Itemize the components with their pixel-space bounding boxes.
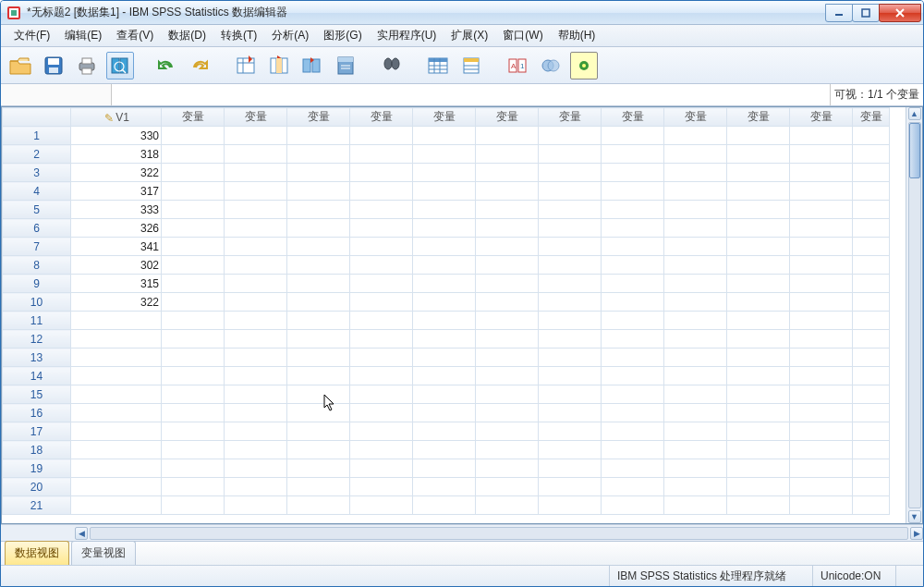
minimize-button[interactable] [825, 4, 853, 22]
data-cell[interactable] [539, 367, 602, 385]
data-cell[interactable] [602, 478, 664, 496]
data-cell[interactable] [476, 219, 539, 238]
data-cell[interactable] [602, 349, 664, 367]
data-cell[interactable] [287, 385, 350, 404]
data-cell[interactable] [539, 201, 602, 219]
data-cell[interactable] [727, 293, 790, 312]
data-cell[interactable] [664, 145, 727, 164]
data-cell[interactable] [602, 385, 664, 404]
menu-file[interactable]: 文件(F) [6, 25, 57, 46]
data-cell[interactable] [602, 459, 664, 478]
data-cell[interactable] [602, 312, 664, 330]
data-cell[interactable] [71, 422, 162, 441]
data-cell[interactable] [539, 182, 602, 201]
data-cell[interactable] [350, 275, 413, 293]
data-cell[interactable] [225, 496, 287, 515]
data-cell[interactable]: 326 [71, 219, 162, 238]
data-cell[interactable] [162, 496, 225, 515]
data-cell[interactable] [287, 459, 350, 478]
table-row[interactable]: 14 [3, 367, 890, 385]
data-cell[interactable] [413, 275, 476, 293]
insert-variable-icon[interactable] [457, 52, 485, 79]
data-cell[interactable] [413, 404, 476, 422]
data-cell[interactable] [287, 219, 350, 238]
data-cell[interactable] [602, 275, 664, 293]
data-cell[interactable] [287, 201, 350, 219]
data-cell[interactable] [162, 441, 225, 459]
data-cell[interactable] [287, 349, 350, 367]
data-cell[interactable] [853, 422, 890, 441]
data-cell[interactable] [539, 459, 602, 478]
data-cell[interactable] [476, 293, 539, 312]
data-cell[interactable] [71, 404, 162, 422]
data-cell[interactable] [602, 404, 664, 422]
data-cell[interactable] [71, 385, 162, 404]
data-cell[interactable] [602, 182, 664, 201]
data-cell[interactable] [853, 293, 890, 312]
data-cell[interactable] [664, 182, 727, 201]
data-cell[interactable] [539, 293, 602, 312]
data-cell[interactable] [664, 256, 727, 275]
name-box[interactable] [1, 84, 112, 105]
table-row[interactable]: 17 [3, 422, 890, 441]
data-cell[interactable] [225, 145, 287, 164]
data-cell[interactable] [413, 478, 476, 496]
menu-edit[interactable]: 编辑(E) [57, 25, 109, 46]
data-cell[interactable] [162, 145, 225, 164]
data-cell[interactable] [853, 385, 890, 404]
data-cell[interactable] [790, 459, 853, 478]
table-row[interactable]: 19 [3, 459, 890, 478]
data-cell[interactable] [664, 219, 727, 238]
data-cell[interactable] [413, 164, 476, 182]
data-cell[interactable] [602, 201, 664, 219]
data-cell[interactable] [727, 385, 790, 404]
data-cell[interactable] [727, 145, 790, 164]
data-cell[interactable] [664, 367, 727, 385]
data-cell[interactable] [790, 422, 853, 441]
data-cell[interactable] [350, 330, 413, 349]
data-cell[interactable] [225, 441, 287, 459]
data-cell[interactable] [539, 478, 602, 496]
table-row[interactable]: 18 [3, 441, 890, 459]
data-cell[interactable] [162, 275, 225, 293]
data-cell[interactable] [539, 404, 602, 422]
data-cell[interactable] [727, 182, 790, 201]
data-cell[interactable]: 333 [71, 201, 162, 219]
menu-graphs[interactable]: 图形(G) [316, 25, 369, 46]
data-cell[interactable] [664, 293, 727, 312]
data-cell[interactable] [727, 441, 790, 459]
data-cell[interactable] [790, 312, 853, 330]
data-cell[interactable] [853, 127, 890, 145]
data-cell[interactable] [727, 330, 790, 349]
data-cell[interactable] [602, 367, 664, 385]
data-cell[interactable] [602, 256, 664, 275]
table-row[interactable]: 15 [3, 385, 890, 404]
column-header-v1[interactable]: V1 [71, 108, 162, 127]
data-cell[interactable] [162, 422, 225, 441]
column-header-empty[interactable]: 变量 [790, 108, 853, 127]
data-cell[interactable]: 315 [71, 275, 162, 293]
data-cell[interactable] [476, 404, 539, 422]
column-header-empty[interactable]: 变量 [664, 108, 727, 127]
data-cell[interactable] [162, 385, 225, 404]
data-cell[interactable]: 317 [71, 182, 162, 201]
data-cell[interactable] [602, 330, 664, 349]
tab-variable-view[interactable]: 变量视图 [71, 541, 136, 565]
data-cell[interactable] [71, 367, 162, 385]
data-cell[interactable] [853, 219, 890, 238]
close-button[interactable] [879, 4, 921, 22]
data-cell[interactable] [727, 478, 790, 496]
data-cell[interactable] [413, 145, 476, 164]
data-cell[interactable] [664, 201, 727, 219]
data-cell[interactable] [413, 293, 476, 312]
scroll-up-icon[interactable]: ▲ [908, 107, 921, 120]
column-header-empty[interactable]: 变量 [225, 108, 287, 127]
data-cell[interactable] [790, 127, 853, 145]
scroll-left-icon[interactable]: ◀ [75, 527, 88, 540]
data-cell[interactable] [287, 293, 350, 312]
data-cell[interactable] [225, 238, 287, 256]
data-cell[interactable] [162, 256, 225, 275]
data-cell[interactable] [476, 182, 539, 201]
data-cell[interactable] [602, 145, 664, 164]
data-cell[interactable] [853, 238, 890, 256]
